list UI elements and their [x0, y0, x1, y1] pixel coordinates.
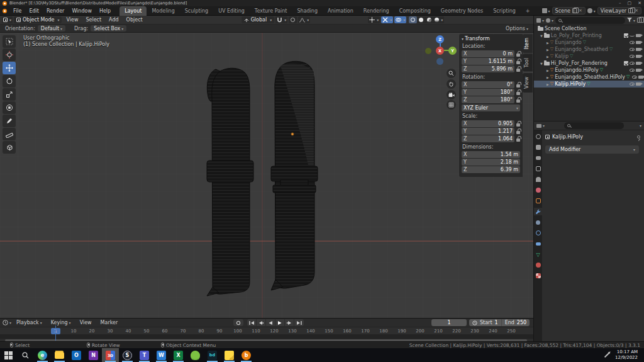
lock-icon[interactable] [516, 61, 520, 64]
outliner-row-scene-collection[interactable]: Scene Collection [534, 25, 644, 32]
gizmo-z-axis[interactable]: Z [436, 35, 444, 43]
tab-particle-properties[interactable] [534, 218, 542, 226]
transform-tool[interactable] [3, 101, 16, 114]
tab-compositing[interactable]: Compositing [394, 6, 436, 16]
timeline-view-menu[interactable]: View [76, 320, 96, 325]
gizmos-dropdown[interactable] [368, 16, 380, 23]
menu-render[interactable]: Render [43, 8, 68, 14]
timeline-editor-type-icon[interactable] [3, 320, 11, 325]
taskbar-app-green-tree[interactable] [187, 348, 204, 362]
tab-uv-editing[interactable]: UV Editing [213, 6, 250, 16]
hide-eye-icon[interactable] [630, 69, 635, 72]
tab-rendering[interactable]: Rendering [358, 6, 394, 16]
tab-viewlayer-properties[interactable] [534, 165, 542, 173]
menu-file[interactable]: File [9, 8, 25, 14]
taskbar-app-word[interactable]: W [153, 348, 170, 362]
new-viewlayer-icon[interactable] [628, 8, 633, 13]
taskbar-app-explorer[interactable] [51, 348, 68, 362]
end-frame-field[interactable]: End250 [502, 319, 530, 326]
taskbar-app-onenote[interactable]: N [85, 348, 102, 362]
lock-icon[interactable] [516, 92, 520, 95]
tab-modifier-properties[interactable] [534, 208, 542, 215]
taskbar-app-outlook[interactable]: O [68, 348, 85, 362]
menu-select[interactable]: Select [82, 17, 104, 23]
proportional-edit-toggle[interactable] [289, 16, 297, 23]
gizmo-x-axis[interactable]: X [436, 47, 444, 55]
outliner-row-eunjangdo-hipoly[interactable]: ▽ Eunjangdo.HiPoly ▽ [534, 67, 644, 74]
tab-physics-properties[interactable] [534, 229, 542, 237]
rotation-z-field[interactable]: Z180° [462, 96, 514, 103]
taskbar-app-teams[interactable]: T [136, 348, 153, 362]
drag-dropdown[interactable]: Select Box [91, 25, 126, 31]
tab-texture-properties[interactable] [534, 272, 542, 280]
delete-viewlayer-icon[interactable]: ✕ [635, 8, 638, 13]
render-visibility-icon[interactable] [636, 69, 641, 72]
play-button[interactable] [275, 319, 285, 326]
tab-scene-properties[interactable] [534, 176, 542, 183]
tab-world-properties[interactable] [534, 186, 542, 194]
taskbar-clock[interactable]: 10:17 AM 12/9/2022 [615, 349, 638, 361]
tab-data-properties[interactable]: ▽ [534, 251, 542, 258]
options-dropdown[interactable]: Options [506, 26, 528, 31]
keying-menu[interactable]: Keying [47, 320, 75, 325]
shading-material-button[interactable] [425, 16, 433, 23]
shading-rendered-button[interactable] [433, 16, 444, 23]
outliner-row-eunjangdo-sheathed-hipoly[interactable]: ▽ Eunjangdo_Sheathed.HiPoly ▽ [534, 74, 644, 81]
gizmo-y-axis[interactable]: Y [448, 47, 457, 55]
viewport-3d[interactable]: User Orthographic (1) Scene Collection |… [0, 33, 533, 318]
ink-workspace-icon[interactable] [604, 353, 609, 358]
overlays-dropdown[interactable] [381, 16, 393, 23]
lock-icon[interactable] [516, 84, 520, 88]
falloff-dropdown[interactable] [298, 16, 310, 23]
shading-wireframe-button[interactable] [409, 16, 417, 23]
properties-search-input[interactable] [564, 122, 624, 129]
properties-options-icon[interactable] [638, 123, 641, 128]
blender-menu-icon[interactable] [3, 9, 7, 13]
tab-output-properties[interactable] [534, 154, 542, 162]
expand-icon[interactable] [540, 60, 543, 66]
menu-help[interactable]: Help [96, 8, 114, 14]
start-frame-field[interactable]: Start1 [469, 319, 502, 326]
expand-icon[interactable] [547, 81, 549, 87]
hide-eye-icon[interactable] [630, 55, 635, 58]
rotate-tool[interactable] [3, 75, 16, 88]
expand-icon[interactable] [547, 74, 549, 80]
move-tool[interactable] [3, 62, 16, 74]
lock-icon[interactable] [516, 54, 520, 57]
timeline-ruler[interactable]: 1 10 20 30 40 50 60 70 80 90 100 110 120… [0, 327, 533, 334]
taskbar-app-edge[interactable]: e [34, 348, 51, 362]
tab-render-properties[interactable] [534, 144, 542, 151]
menu-object[interactable]: Object [123, 17, 146, 23]
gizmo-neg-z-axis[interactable] [436, 58, 443, 65]
expand-icon[interactable] [547, 40, 549, 45]
tab-tool-properties[interactable] [534, 133, 542, 140]
measure-tool[interactable] [3, 128, 16, 140]
tab-texture-paint[interactable]: Texture Paint [250, 6, 292, 16]
render-visibility-icon[interactable] [636, 41, 641, 44]
new-scene-icon[interactable] [572, 8, 577, 13]
tab-shading[interactable]: Shading [292, 6, 323, 16]
tab-view[interactable]: View [523, 73, 533, 93]
rotation-mode-dropdown[interactable]: XYZ Euler [462, 105, 520, 111]
outliner-search-input[interactable] [555, 17, 625, 24]
mode-dropdown[interactable]: Object Mode [14, 16, 62, 23]
tab-object-properties[interactable] [534, 197, 542, 205]
render-visibility-icon[interactable] [636, 34, 641, 37]
expand-icon[interactable] [547, 54, 549, 59]
outliner-row-lo-poly[interactable]: Lo_Poly_For_Printing [534, 32, 644, 39]
dimensions-z-field[interactable]: Z6.39 m [462, 166, 520, 173]
hide-eye-icon[interactable] [630, 62, 635, 65]
dimensions-x-field[interactable]: X1.54 m [462, 151, 520, 158]
auto-key-button[interactable] [233, 319, 243, 326]
xray-toggle[interactable] [394, 16, 406, 23]
rotation-x-field[interactable]: X0° [462, 81, 514, 88]
ortho-toggle-button[interactable] [447, 100, 456, 110]
menu-edit[interactable]: Edit [25, 8, 43, 14]
playback-menu[interactable]: Playback [13, 320, 46, 325]
menu-view[interactable]: View [63, 17, 81, 23]
properties-editor-type-icon[interactable] [536, 123, 545, 128]
outliner-row-eunjangdo[interactable]: ▽ Eunjangdo ▽ [534, 39, 644, 46]
start-button[interactable] [0, 348, 17, 362]
play-reverse-button[interactable] [266, 319, 275, 326]
tab-tool[interactable]: Tool [523, 54, 533, 72]
